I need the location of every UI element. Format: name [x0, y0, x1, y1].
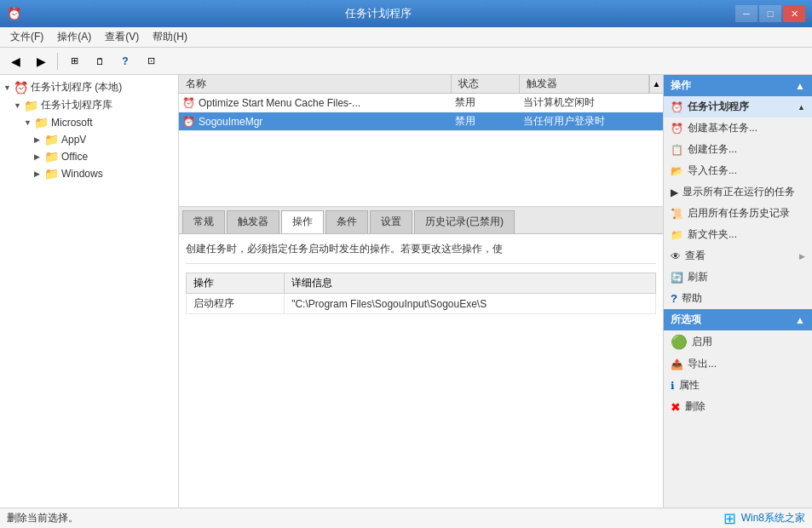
right-create-task-icon: 📋: [671, 144, 683, 156]
tab-history[interactable]: 历史记录(已禁用): [414, 210, 515, 233]
right-section-header-selected: 所选项 ▲: [664, 309, 812, 330]
action-table: 操作 详细信息 启动程序 "C:\Program Files\SogouInpu…: [186, 273, 656, 314]
task-trigger-1: 当任何用户登录时: [520, 114, 663, 129]
win-logo-icon: ⊞: [723, 509, 736, 528]
toolbar-properties[interactable]: 🗒: [88, 50, 112, 72]
menu-view[interactable]: 查看(V): [98, 28, 146, 46]
tab-trigger[interactable]: 触发器: [227, 210, 279, 233]
task-name-0: ⏰ Optimize Start Menu Cache Files-...: [179, 97, 452, 109]
toolbar-sep-1: [57, 53, 58, 70]
right-refresh[interactable]: 🔄 刷新: [664, 267, 812, 288]
status-bar-right: ⊞ Win8系统之家: [723, 509, 805, 528]
toolbar-forward[interactable]: ▶: [29, 50, 53, 72]
right-taskscheduler-label: 任务计划程序: [688, 100, 749, 114]
menu-action[interactable]: 操作(A): [50, 28, 98, 46]
tree-panel: ▼ ⏰ 任务计划程序 (本地) ▼ 📁 任务计划程序库 ▼ 📁 Microsof…: [0, 75, 179, 508]
right-enable-label: 启用: [692, 335, 712, 349]
tab-general[interactable]: 常规: [182, 210, 225, 233]
detail-cell-0: "C:\Program Files\SogouInput\SogouExe\S: [285, 294, 656, 314]
right-properties[interactable]: ℹ 属性: [664, 375, 812, 396]
tree-label-microsoft: Microsoft: [51, 117, 93, 129]
maximize-button[interactable]: □: [759, 5, 781, 22]
right-enable-history-label: 启用所有任务历史记录: [688, 206, 790, 221]
tree-icon-appv: 📁: [44, 133, 59, 146]
tree-arrow-appv: ▶: [34, 135, 44, 144]
task-icon-1: ⏰: [182, 116, 195, 128]
right-help-label: 帮助: [682, 291, 702, 306]
close-button[interactable]: ✕: [783, 5, 805, 22]
tab-condition[interactable]: 条件: [325, 210, 368, 233]
right-enable-history[interactable]: 📜 启用所有任务历史记录: [664, 203, 812, 224]
right-refresh-label: 刷新: [688, 270, 708, 284]
task-trigger-0: 当计算机空闲时: [520, 95, 663, 110]
tab-action[interactable]: 操作: [281, 210, 324, 233]
right-delete[interactable]: ✖ 删除: [664, 396, 812, 417]
toolbar-extra[interactable]: ⊡: [139, 50, 163, 72]
tree-item-appv[interactable]: ▶ 📁 AppV: [0, 131, 178, 148]
task-row-0[interactable]: ⏰ Optimize Start Menu Cache Files-... 禁用…: [179, 94, 663, 112]
tree-item-microsoft[interactable]: ▼ 📁 Microsoft: [0, 114, 178, 131]
col-header-trigger[interactable]: 触发器: [520, 75, 649, 93]
tree-label-windows: Windows: [61, 168, 103, 180]
tree-item-library[interactable]: ▼ 📁 任务计划程序库: [0, 96, 178, 114]
tree-label-library: 任务计划程序库: [41, 98, 112, 112]
right-delete-icon: ✖: [671, 400, 681, 414]
right-ops-collapse[interactable]: ▲: [795, 80, 805, 92]
right-import-icon: 📂: [671, 165, 683, 177]
tree-arrow-root: ▼: [3, 83, 14, 92]
right-show-running[interactable]: ▶ 显示所有正在运行的任务: [664, 181, 812, 203]
right-create-basic[interactable]: ⏰ 创建基本任务...: [664, 118, 812, 139]
right-enable[interactable]: 🟢 启用: [664, 330, 812, 353]
center-panel: 名称 状态 触发器 ▲ ⏰ Optimize Start Menu Cache …: [179, 75, 663, 508]
toolbar: ◀ ▶ ⊞ 🗒 ? ⊡: [0, 48, 812, 75]
menu-help[interactable]: 帮助(H): [146, 28, 194, 46]
task-list: 名称 状态 触发器 ▲ ⏰ Optimize Start Menu Cache …: [179, 75, 663, 207]
col-header-name[interactable]: 名称: [179, 75, 452, 93]
right-ops-label: 操作: [671, 78, 691, 93]
task-status-1: 禁用: [452, 114, 520, 129]
task-row-1[interactable]: ⏰ SogouImeMgr 禁用 当任何用户登录时: [179, 112, 663, 131]
action-row-0[interactable]: 启动程序 "C:\Program Files\SogouInput\SogouE…: [187, 294, 656, 314]
tree-item-office[interactable]: ▶ 📁 Office: [0, 148, 178, 165]
task-icon-0: ⏰: [182, 97, 195, 109]
tree-label-root: 任务计划程序 (本地): [31, 80, 122, 95]
tab-content: 创建任务时，必须指定任务启动时发生的操作。若要更改这些操作，使 操作 详细信息 …: [179, 234, 663, 508]
col-header-status[interactable]: 状态: [452, 75, 520, 93]
right-properties-icon: ℹ: [671, 380, 675, 392]
tab-settings[interactable]: 设置: [370, 210, 412, 233]
detail-col-header: 详细信息: [285, 273, 656, 294]
toolbar-back[interactable]: ◀: [3, 50, 27, 72]
right-help[interactable]: ? 帮助: [664, 288, 812, 309]
task-status-0: 禁用: [452, 95, 520, 110]
main-layout: ▼ ⏰ 任务计划程序 (本地) ▼ 📁 任务计划程序库 ▼ 📁 Microsof…: [0, 75, 812, 508]
right-action-taskscheduler[interactable]: ⏰ 任务计划程序 ▲: [664, 96, 812, 118]
right-view-icon: 👁: [671, 250, 681, 262]
right-export-label: 导出...: [688, 357, 717, 371]
status-text: 删除当前选择。: [7, 511, 78, 525]
right-new-folder[interactable]: 📁 新文件夹...: [664, 224, 812, 245]
right-view-label: 查看: [685, 249, 705, 263]
toolbar-show-hide[interactable]: ⊞: [62, 50, 86, 72]
tab-bar: 常规 触发器 操作 条件 设置 历史记录(已禁用): [179, 207, 663, 234]
right-create-task[interactable]: 📋 创建任务...: [664, 139, 812, 160]
task-list-header: 名称 状态 触发器 ▲: [179, 75, 663, 94]
window-title: 任务计划程序: [21, 6, 735, 21]
tree-item-root[interactable]: ▼ ⏰ 任务计划程序 (本地): [0, 78, 178, 96]
menu-file[interactable]: 文件(F): [3, 28, 50, 46]
right-properties-label: 属性: [679, 378, 700, 393]
right-view[interactable]: 👁 查看: [664, 245, 812, 267]
col-sort-icon[interactable]: ▲: [649, 75, 663, 93]
action-col-header: 操作: [187, 273, 285, 294]
tree-arrow-library: ▼: [14, 101, 24, 110]
right-import[interactable]: 📂 导入任务...: [664, 160, 812, 181]
tree-item-windows[interactable]: ▶ 📁 Windows: [0, 165, 178, 182]
minimize-button[interactable]: ─: [735, 5, 757, 22]
right-selected-collapse[interactable]: ▲: [795, 314, 805, 326]
right-export[interactable]: 📤 导出...: [664, 353, 812, 375]
right-enable-icon: 🟢: [671, 334, 688, 350]
tree-label-office: Office: [61, 151, 88, 163]
toolbar-help[interactable]: ?: [113, 50, 137, 72]
window-icon: ⏰: [7, 7, 21, 20]
tree-arrow-microsoft: ▼: [24, 118, 34, 127]
right-refresh-icon: 🔄: [671, 272, 683, 284]
